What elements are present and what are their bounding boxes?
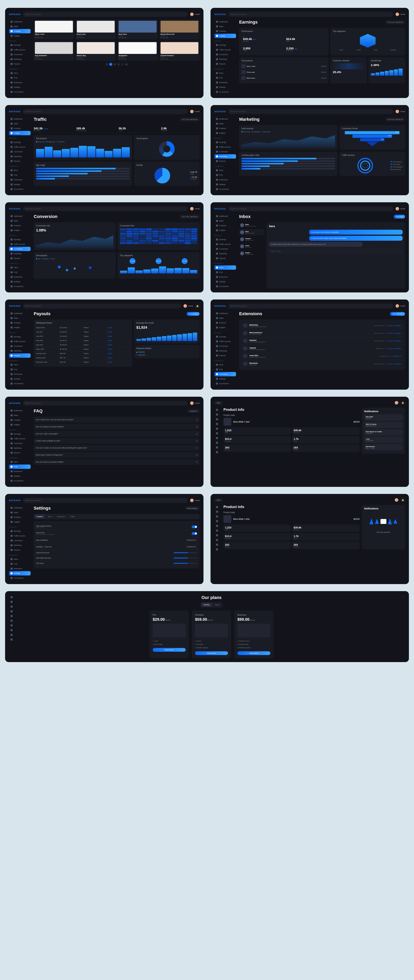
sidebar-mini-item[interactable]: [215, 538, 220, 542]
user-menu[interactable]: Ismail: [396, 13, 405, 16]
sidebar-item-traffic-sources[interactable]: Traffic sources: [9, 48, 30, 52]
sidebar-item-inbox[interactable]: Inbox: [215, 168, 236, 172]
sidebar-mini-item[interactable]: [215, 519, 220, 523]
sidebar-mini-item[interactable]: [215, 542, 220, 547]
toggle[interactable]: [192, 532, 197, 535]
sidebar-mini-item[interactable]: [9, 605, 15, 609]
sidebar-item-traffic-sources[interactable]: Traffic sources: [215, 145, 236, 149]
product-card[interactable]: White T-shirtClothing4.34.2k1.2k: [34, 20, 74, 40]
sidebar-item-traffic-sources[interactable]: Traffic sources: [215, 339, 236, 344]
sidebar-item-dashboard[interactable]: Dashboard: [9, 117, 30, 121]
sidebar-item-go-premium[interactable]: Go premium: [9, 90, 30, 94]
sidebar-item-dashboard[interactable]: Dashboard: [215, 214, 236, 218]
reset-button[interactable]: Reset settings: [185, 506, 199, 510]
list-item[interactable]: Phone case$12.00: [242, 69, 326, 75]
product-card[interactable]: SunglassesAccessories4.34.2k1.2k: [118, 41, 158, 61]
sidebar-item-go-premium[interactable]: Go premium: [9, 382, 30, 386]
list-item[interactable]: Black Jeans$45.00: [242, 75, 326, 81]
sidebar-item-sales[interactable]: Sales: [9, 511, 30, 515]
sidebar-item-payouts[interactable]: Payouts: [9, 450, 30, 455]
sidebar-mini-item[interactable]: [215, 510, 220, 514]
sidebar-item-settings[interactable]: Settings: [9, 280, 30, 284]
sidebar-item-conversion[interactable]: Conversion: [215, 52, 236, 57]
sidebar-item-payouts[interactable]: Payouts: [9, 548, 30, 552]
tab-traffic[interactable]: Traffic: [68, 515, 77, 519]
faq-item[interactable]: Which plan is better for beginners?▸: [34, 452, 199, 458]
sidebar-item-settings[interactable]: Settings: [215, 182, 236, 186]
sidebar-item-faq[interactable]: FAQ: [9, 465, 30, 469]
sidebar-item-earnings[interactable]: Earnings: [215, 334, 236, 339]
sidebar-item-sales[interactable]: Sales: [9, 413, 30, 417]
sidebar-item-faq[interactable]: FAQ: [215, 367, 236, 372]
sidebar-item-earnings[interactable]: Earnings: [9, 334, 30, 339]
new-payout-button[interactable]: New payout: [186, 312, 199, 316]
sidebar-item-insights[interactable]: Insights: [9, 325, 30, 330]
sidebar-item-marketing[interactable]: Marketing: [9, 251, 30, 256]
sidebar-item-conversion[interactable]: Conversion: [215, 150, 236, 154]
sidebar-item-extensions[interactable]: Extensions: [215, 275, 236, 279]
sidebar-item-payouts[interactable]: Payouts: [9, 62, 30, 66]
sidebar-item-earnings[interactable]: Earnings: [9, 140, 30, 145]
sidebar-item-faq[interactable]: FAQ: [215, 76, 236, 80]
sidebar-mini-item[interactable]: [215, 436, 220, 440]
sidebar-item-conversion[interactable]: Conversion: [9, 150, 30, 154]
sidebar-item-earnings[interactable]: Earnings: [9, 237, 30, 242]
toggle[interactable]: [192, 525, 197, 528]
sidebar-mini-item[interactable]: [215, 450, 220, 454]
faq-item[interactable]: How can I create a new account without d…: [34, 445, 199, 451]
sidebar-item-conversion[interactable]: Conversion: [215, 247, 236, 251]
tab-store[interactable]: Store: [46, 515, 54, 519]
sidebar-mini-item[interactable]: [215, 547, 220, 552]
sidebar-item-insights[interactable]: Insights: [9, 228, 30, 232]
message-input[interactable]: Type a reply...: [269, 249, 403, 254]
sidebar-item-go-premium[interactable]: Go premium: [9, 479, 30, 483]
sidebar-mini-item[interactable]: [215, 422, 220, 426]
user-menu[interactable]: Ismail: [396, 207, 405, 210]
user-menu[interactable]: Ismail: [396, 304, 405, 308]
user-menu[interactable]: [395, 401, 398, 404]
sidebar-item-sales[interactable]: Sales: [9, 24, 30, 29]
product-card[interactable]: Blue JeansClothing4.34.2k1.2k: [118, 20, 158, 40]
notification-item[interactable]: New Report on Traffic5 min ago: [364, 429, 403, 436]
sidebar-mini-item[interactable]: [215, 524, 220, 528]
sidebar-item-settings[interactable]: Settings: [9, 474, 30, 478]
sidebar-item-dashboard[interactable]: Dashboard: [9, 506, 30, 510]
sidebar-item-dashboard[interactable]: Dashboard: [215, 311, 236, 315]
search-input[interactable]: Search for a product: [228, 12, 393, 17]
sidebar-item-sales[interactable]: Sales: [215, 24, 236, 29]
page-button[interactable]: ...: [121, 63, 124, 66]
sidebar-item-extensions[interactable]: Extensions: [215, 80, 236, 85]
search-input[interactable]: Search for a product: [23, 304, 181, 309]
sidebar-item-traffic-sources[interactable]: Traffic sources: [9, 242, 30, 247]
update-link[interactable]: ⟳ Update now: [391, 355, 401, 357]
update-link[interactable]: ⟳ Check for updates: [387, 332, 401, 334]
sidebar-item-insights[interactable]: Insights: [215, 325, 236, 330]
sidebar-mini-item[interactable]: [215, 445, 220, 450]
sidebar-item-inbox[interactable]: Inbox: [9, 557, 30, 562]
sidebar-item-insights[interactable]: Insights: [9, 423, 30, 427]
chat-contact[interactable]: SaraI told the team...: [239, 229, 264, 235]
tab-general[interactable]: General: [35, 515, 45, 519]
search-input[interactable]: Search for a product: [23, 12, 188, 17]
sidebar-item-marketing[interactable]: Marketing: [9, 154, 30, 159]
sidebar-item-traffic-sources[interactable]: Traffic sources: [9, 339, 30, 344]
sidebar-item-extensions[interactable]: Extensions: [215, 372, 236, 376]
sidebar-item-go-premium[interactable]: Go premium: [215, 284, 236, 288]
sidebar-item-inbox[interactable]: Inbox: [215, 363, 236, 367]
search-input[interactable]: Search for a product: [228, 304, 393, 309]
sidebar-item-earnings[interactable]: Earnings: [9, 529, 30, 533]
tab-yearly[interactable]: Yearly: [212, 603, 221, 607]
sidebar-item-marketing[interactable]: Marketing: [9, 57, 30, 61]
sidebar-mini-item[interactable]: [9, 614, 15, 618]
sidebar-item-faq[interactable]: FAQ: [215, 270, 236, 274]
user-menu[interactable]: Ismail: [183, 304, 193, 308]
sidebar-item-insights[interactable]: Insights: [215, 228, 236, 232]
user-menu[interactable]: [395, 498, 398, 502]
search-input[interactable]: Search for a product: [23, 206, 188, 211]
sidebar-item-settings[interactable]: Settings: [9, 377, 30, 381]
tab-extensions[interactable]: Extensions: [55, 515, 67, 519]
select-plan-button[interactable]: Select plan ▸: [195, 651, 228, 655]
details-link[interactable]: Details: [107, 353, 130, 354]
details-link[interactable]: Details: [107, 336, 130, 337]
page-button[interactable]: 3: [113, 63, 116, 66]
